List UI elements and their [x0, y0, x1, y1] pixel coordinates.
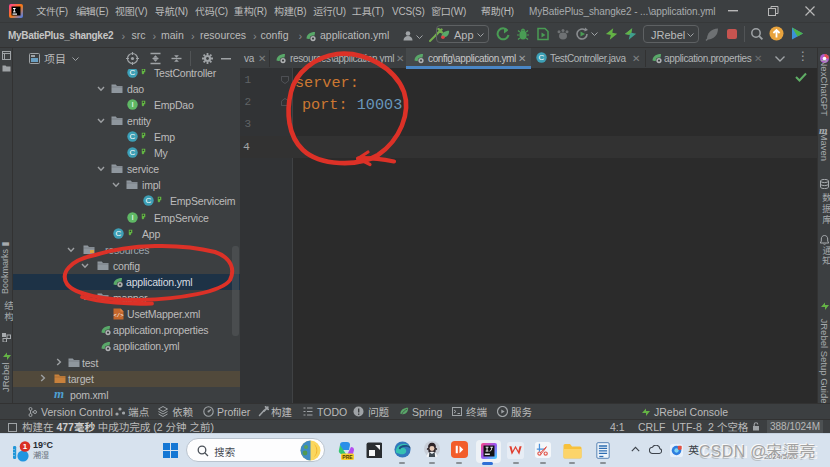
- svg-text:C: C: [146, 196, 152, 205]
- svg-text:PRE: PRE: [342, 454, 353, 460]
- svg-text:I: I: [131, 213, 133, 222]
- svg-text:C: C: [130, 148, 136, 157]
- svg-text:C: C: [130, 68, 136, 77]
- svg-text:</>: </>: [114, 312, 124, 319]
- svg-text:C: C: [116, 229, 122, 238]
- svg-text:C: C: [539, 53, 545, 62]
- svg-text:C: C: [130, 132, 136, 141]
- svg-text:I: I: [131, 100, 133, 109]
- svg-text:1: 1: [23, 442, 28, 451]
